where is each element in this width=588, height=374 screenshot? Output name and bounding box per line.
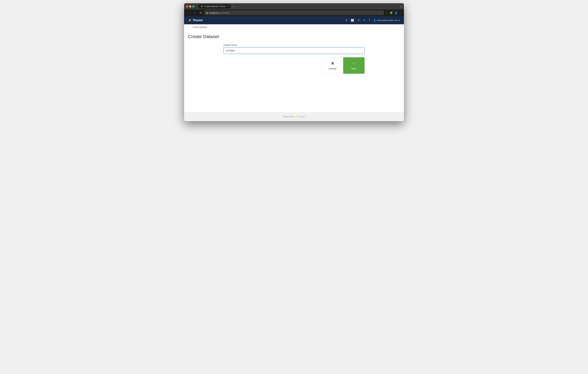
account-icon[interactable]: 👤: [394, 11, 398, 14]
tab-bar: ⚡ Create Dataset | Thunor ✕ +: [198, 4, 399, 9]
browser-toolbar: ← → ↺ 🔒 localhost/dataset/add ☆ 🧩 👤 ⋮: [184, 10, 404, 16]
nav-user-menu[interactable]: 👤 thunor@example.com ▾: [373, 19, 400, 21]
close-traffic-light[interactable]: [186, 5, 188, 8]
upload-icon[interactable]: ⬆: [345, 19, 347, 22]
app-container: ⚡ Thunor ⬆ 📈 🏷 ✎ ? 👤 thunor@example.com …: [184, 16, 404, 121]
home-icon: ⌂: [188, 26, 189, 28]
form-buttons: ✕ Cancel → Next: [223, 57, 365, 74]
nav-right: ⬆ 📈 🏷 ✎ ? 👤 thunor@example.com ▾: [345, 19, 400, 22]
menu-icon[interactable]: ⋮: [399, 11, 402, 14]
cancel-label: Cancel: [329, 67, 336, 70]
main-content: Create Dataset Dataset Name ✕ Cancel → N…: [184, 30, 404, 112]
dataset-name-group: Dataset Name: [223, 44, 365, 54]
cancel-icon: ✕: [331, 61, 334, 66]
help-icon[interactable]: ?: [369, 19, 370, 22]
page-title: Create Dataset: [188, 34, 400, 39]
tab-close-icon[interactable]: ✕: [227, 5, 228, 8]
new-tab-button[interactable]: +: [232, 4, 235, 9]
minimize-traffic-light[interactable]: [189, 5, 191, 8]
cancel-button[interactable]: ✕ Cancel: [322, 57, 343, 74]
logo-bolt-icon: ⚡: [188, 18, 192, 22]
toolbar-right: ☆ 🧩 👤 ⋮: [386, 11, 402, 14]
reload-button[interactable]: ↺: [199, 11, 203, 15]
browser-ext-icon: ⊙: [400, 5, 402, 8]
next-label: Next: [351, 67, 357, 70]
tag-icon[interactable]: 🏷: [357, 19, 360, 22]
user-email: thunor@example.com: [377, 19, 398, 21]
chart-icon[interactable]: 📈: [351, 19, 354, 22]
active-tab[interactable]: ⚡ Create Dataset | Thunor ✕: [198, 4, 231, 9]
next-icon: →: [352, 61, 356, 66]
app-footer: Powered by ⚡ Thunor: [184, 112, 404, 121]
forward-button[interactable]: →: [192, 11, 197, 15]
address-bar[interactable]: 🔒 localhost/dataset/add: [204, 11, 384, 15]
form-area: Dataset Name ✕ Cancel → Next: [223, 44, 365, 74]
breadcrumb-home-link[interactable]: ⌂: [188, 26, 189, 28]
footer-text: Powered by: [283, 115, 294, 118]
app-nav: ⚡ Thunor ⬆ 📈 🏷 ✎ ? 👤 thunor@example.com …: [184, 16, 404, 24]
tab-title: Create Dataset | Thunor: [204, 5, 225, 8]
dataset-name-input[interactable]: [223, 47, 365, 54]
footer-brand: Thunor: [298, 115, 305, 118]
maximize-traffic-light[interactable]: [192, 5, 194, 8]
breadcrumb-current: Create Dataset: [192, 26, 207, 28]
address-text: localhost/dataset/add: [209, 12, 229, 14]
traffic-lights: [186, 5, 194, 8]
edit-icon[interactable]: ✎: [363, 19, 365, 22]
breadcrumb-separator: >: [190, 26, 192, 28]
star-icon[interactable]: ☆: [386, 11, 388, 14]
tab-favicon-icon: ⚡: [201, 5, 203, 8]
user-dropdown-icon: ▾: [399, 19, 400, 21]
next-button[interactable]: → Next: [343, 57, 365, 74]
user-icon: 👤: [373, 19, 376, 21]
breadcrumb: ⌂ > Create Dataset: [184, 24, 404, 30]
logo-text: Thunor: [193, 19, 203, 22]
dataset-name-label: Dataset Name: [223, 44, 365, 46]
app-logo[interactable]: ⚡ Thunor: [188, 18, 203, 22]
footer-bolt-icon: ⚡: [295, 115, 298, 118]
lock-icon: 🔒: [206, 12, 208, 14]
extensions-icon[interactable]: 🧩: [389, 11, 393, 14]
browser-titlebar: ⚡ Create Dataset | Thunor ✕ + ⊙: [184, 3, 404, 10]
back-button[interactable]: ←: [186, 11, 191, 15]
